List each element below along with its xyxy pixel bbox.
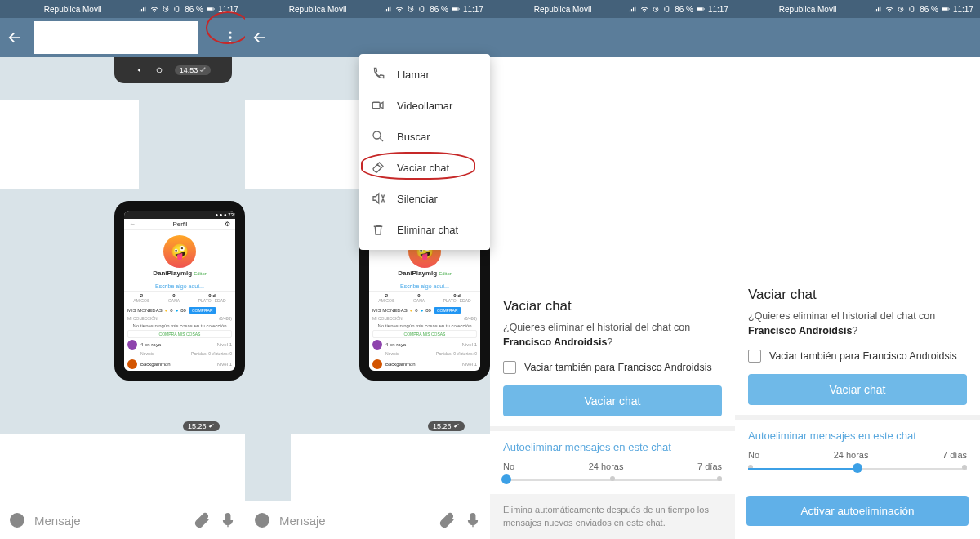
nav-back-icon (136, 66, 144, 74)
svg-rect-16 (452, 7, 457, 10)
back-icon[interactable] (252, 29, 268, 46)
slider-labels: No24 horas7 días (490, 457, 735, 471)
attach-icon[interactable] (193, 511, 211, 529)
profile-name: DaniPlaymlg (153, 270, 192, 277)
signal-icon (874, 5, 882, 13)
wifi-icon (885, 5, 893, 13)
dialog-title: Vaciar chat (503, 298, 722, 314)
dialog-title: Vaciar chat (748, 287, 967, 303)
video-icon (371, 98, 385, 113)
attach-icon[interactable] (438, 511, 456, 529)
avatar: 🤪 (163, 235, 196, 268)
redacted-title (34, 21, 198, 54)
phone-icon (371, 67, 385, 82)
alarm-icon (897, 5, 905, 13)
clear-chat-button[interactable]: Vaciar chat (503, 385, 722, 416)
alarm-icon (162, 5, 170, 13)
svg-rect-27 (697, 7, 702, 10)
screenshot-4: Republica Movil 86 % 11:17 Vaciar chat ¿… (735, 0, 980, 539)
alarm-icon (407, 5, 415, 13)
profile-role: Editor (194, 271, 207, 276)
svg-point-11 (19, 518, 20, 519)
composer[interactable]: Mensaje (0, 501, 245, 539)
battery-icon (697, 5, 705, 13)
nav-home-icon (155, 66, 163, 74)
buy-button: COMPRAR (189, 307, 216, 314)
vibrate-icon (663, 5, 671, 13)
autodelete-footer: Elimina automáticamente después de un ti… (490, 494, 735, 539)
menu-search[interactable]: Buscar (359, 121, 490, 152)
battery-icon (452, 5, 460, 13)
svg-rect-25 (666, 7, 669, 12)
dialog-body: ¿Quieres eliminar el historial del chat … (503, 321, 722, 350)
battery-icon (207, 5, 215, 13)
also-clear-checkbox[interactable]: Vaciar también para Francisco Androidsis (490, 350, 735, 385)
menu-call[interactable]: Llamar (359, 59, 490, 90)
signal-icon (139, 5, 147, 13)
chat-background: 14:53 ● ● ● 73 ←Perfil⚙ 🤪 DaniPlaymlg Ed… (0, 57, 245, 501)
emoji-icon[interactable] (253, 511, 271, 529)
wifi-icon (395, 5, 403, 13)
svg-point-9 (11, 514, 24, 528)
svg-rect-17 (459, 8, 460, 10)
back-icon[interactable] (7, 29, 23, 46)
message-input[interactable]: Mensaje (34, 514, 185, 528)
status-bar: Republica Movil 86 % 11:17 (735, 0, 980, 18)
composer[interactable]: Mensaje (245, 501, 490, 539)
dialog-area: Vaciar chat ¿Quieres eliminar el histori… (735, 57, 980, 539)
screenshot-1: Republica Movil 86 % 11:17 14:53 ● ● ● 7… (0, 0, 245, 539)
embedded-nav-bar: 14:53 (114, 57, 232, 83)
svg-point-20 (256, 514, 270, 528)
svg-rect-28 (704, 8, 705, 10)
svg-rect-1 (176, 7, 179, 12)
mute-icon (371, 191, 385, 206)
autodelete-slider[interactable] (503, 471, 722, 489)
message-input[interactable]: Mensaje (279, 514, 430, 528)
svg-rect-30 (911, 7, 914, 12)
redacted-box-2 (291, 434, 490, 501)
clear-chat-button[interactable]: Vaciar chat (748, 374, 967, 405)
battery-label: 86 % (185, 5, 203, 14)
redacted-box-2 (0, 434, 245, 501)
carrier-label: Republica Movil (7, 5, 139, 14)
checkbox-icon[interactable] (503, 361, 516, 374)
svg-point-22 (264, 518, 265, 519)
mic-icon[interactable] (464, 511, 482, 529)
emoji-icon[interactable] (8, 511, 26, 529)
signal-icon (384, 5, 392, 13)
battery-icon (942, 5, 950, 13)
menu-delete[interactable]: Eliminar chat (359, 214, 490, 245)
trash-icon (371, 222, 385, 237)
alarm-icon (652, 5, 660, 13)
app-bar (735, 18, 980, 57)
overflow-menu: Llamar Videollamar Buscar Vaciar chat Si… (359, 54, 490, 250)
svg-rect-4 (214, 8, 215, 10)
checkbox-icon[interactable] (748, 350, 761, 363)
svg-rect-33 (949, 8, 950, 10)
menu-video[interactable]: Videollamar (359, 90, 490, 121)
status-bar: Republica Movil 86 % 11:17 (245, 0, 490, 18)
dialog-body: ¿Quieres eliminar el historial del chat … (748, 310, 967, 338)
app-bar: Llamar Videollamar Buscar Vaciar chat Si… (245, 18, 490, 57)
mic-icon[interactable] (219, 511, 237, 529)
write-prompt: Escribe algo aquí... (124, 282, 235, 291)
time-pill-2: 15:26 (183, 421, 220, 431)
slider-thumb[interactable] (853, 463, 862, 473)
vibrate-icon (908, 5, 916, 13)
embed-back-icon: ← (129, 220, 136, 228)
time-pill-1: 14:53 (175, 65, 212, 75)
slider-thumb[interactable] (501, 474, 511, 484)
svg-rect-32 (942, 7, 947, 10)
svg-point-21 (259, 518, 261, 519)
svg-point-19 (373, 131, 381, 139)
svg-point-8 (157, 68, 162, 73)
svg-rect-14 (421, 7, 424, 12)
dialog-area: Vaciar chat ¿Quieres eliminar el histori… (490, 57, 735, 539)
status-bar: Republica Movil 86 % 11:17 (490, 0, 735, 18)
autodelete-slider[interactable] (748, 460, 967, 478)
also-clear-checkbox[interactable]: Vaciar también para Francisco Androidsis (735, 338, 980, 374)
menu-mute[interactable]: Silenciar (359, 183, 490, 214)
vibrate-icon (173, 5, 181, 13)
embed-gear-icon: ⚙ (225, 220, 230, 228)
activate-button[interactable]: Activar autoeliminación (746, 496, 969, 526)
